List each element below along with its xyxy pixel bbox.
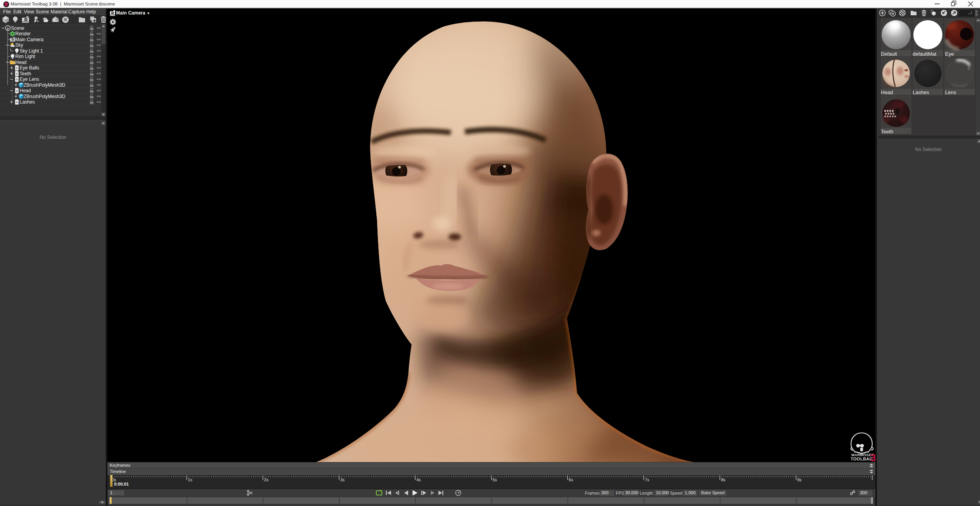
svg-text:0:00.01: 0:00.01 (114, 482, 129, 486)
svg-text:3s: 3s (340, 477, 345, 482)
svg-text:6s: 6s (569, 477, 573, 482)
svg-text:3: 3 (870, 452, 875, 462)
svg-text:8s: 8s (721, 477, 725, 482)
svg-text:9s: 9s (797, 477, 802, 482)
svg-text:2s: 2s (264, 477, 269, 482)
svg-text:7s: 7s (645, 477, 649, 482)
svg-text:5s: 5s (493, 477, 497, 482)
svg-text:TOOLBAG: TOOLBAG (851, 457, 873, 461)
svg-text:1s: 1s (188, 477, 192, 482)
svg-text:4s: 4s (416, 477, 421, 482)
